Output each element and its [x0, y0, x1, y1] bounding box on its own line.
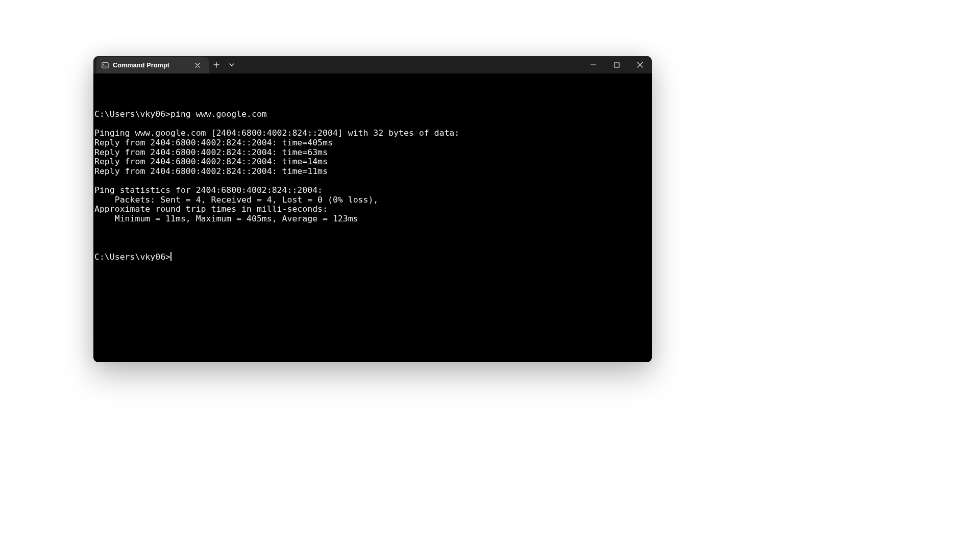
terminal-line: Reply from 2404:6800:4002:824::2004: tim… — [93, 167, 652, 177]
terminal-icon — [102, 62, 109, 69]
svg-rect-0 — [102, 63, 108, 68]
terminal-line: Approximate round trip times in milli-se… — [93, 205, 652, 214]
titlebar-drag-region[interactable] — [239, 56, 581, 73]
cursor — [170, 252, 172, 261]
tab-actions — [209, 56, 239, 73]
svg-rect-1 — [615, 63, 619, 67]
terminal-line: Pinging www.google.com [2404:6800:4002:8… — [93, 129, 652, 138]
terminal-line: Minimum = 11ms, Maximum = 405ms, Average… — [93, 214, 652, 224]
terminal-line — [93, 176, 652, 186]
terminal-line: Reply from 2404:6800:4002:824::2004: tim… — [93, 148, 652, 158]
maximize-button[interactable] — [605, 56, 628, 73]
terminal-line: Reply from 2404:6800:4002:824::2004: tim… — [93, 138, 652, 148]
close-button[interactable] — [628, 56, 652, 73]
tab-command-prompt[interactable]: Command Prompt — [96, 57, 209, 73]
terminal-line — [93, 119, 652, 129]
terminal-prompt-line: C:\Users\vky06> — [93, 252, 652, 262]
tab-dropdown-button[interactable] — [224, 56, 239, 73]
tab-close-button[interactable] — [191, 59, 204, 71]
titlebar[interactable]: Command Prompt — [93, 56, 652, 73]
terminal-prompt: C:\Users\vky06> — [94, 252, 170, 262]
new-tab-button[interactable] — [209, 56, 224, 73]
terminal-output[interactable]: C:\Users\vky06>ping www.google.com Pingi… — [93, 73, 652, 362]
terminal-line: Reply from 2404:6800:4002:824::2004: tim… — [93, 157, 652, 167]
terminal-line: Ping statistics for 2404:6800:4002:824::… — [93, 186, 652, 195]
terminal-window: Command Prompt C:\Users\vky06>ping www.g… — [93, 56, 652, 362]
terminal-line: Packets: Sent = 4, Received = 4, Lost = … — [93, 195, 652, 205]
tab-title: Command Prompt — [113, 62, 191, 69]
minimize-button[interactable] — [581, 56, 605, 73]
terminal-line — [93, 223, 652, 233]
terminal-line: C:\Users\vky06>ping www.google.com — [93, 110, 652, 119]
